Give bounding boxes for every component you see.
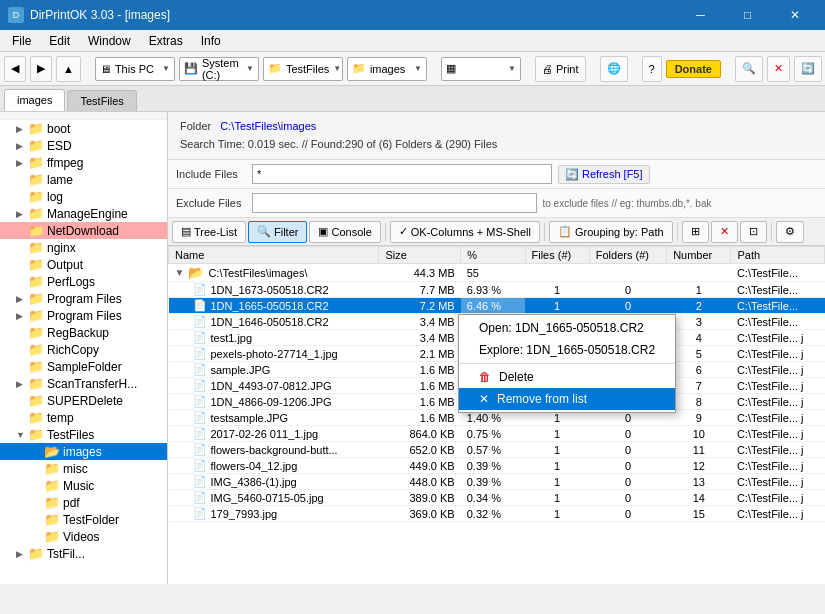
folder-icon: 📁 <box>28 240 44 255</box>
tree-item-regbackup[interactable]: 📁 RegBackup <box>0 324 167 341</box>
tree-item-temp[interactable]: 📁 temp <box>0 409 167 426</box>
table-row[interactable]: 📄IMG_5460-0715-05.jpg389.0 KB0.34 %1014C… <box>169 490 825 506</box>
tree-item-programfiles2[interactable]: ▶ 📁 Program Files <box>0 307 167 324</box>
tree-item-esd[interactable]: ▶ 📁 ESD <box>0 137 167 154</box>
path-cell: C:\TestFile... j <box>731 426 825 442</box>
help-button[interactable]: ? <box>642 56 662 82</box>
tree-list-button[interactable]: ▤ Tree-List <box>172 221 246 243</box>
tree-item-richcopy[interactable]: 📁 RichCopy <box>0 341 167 358</box>
exclude-input[interactable] <box>252 193 537 213</box>
table-row[interactable]: 📄179_7993.jpg369.0 KB0.32 %1015C:\TestFi… <box>169 506 825 522</box>
menu-file[interactable]: File <box>4 32 39 50</box>
tree-item-videos[interactable]: 📁 Videos <box>0 528 167 545</box>
view-combo[interactable]: ▦ ▼ <box>441 57 521 81</box>
grouping-button[interactable]: 📋 Grouping by: Path <box>549 221 673 243</box>
images-combo[interactable]: 📁 images ▼ <box>347 57 427 81</box>
context-menu: Open: 1DN_1665-050518.CR2 Explore: 1DN_1… <box>458 314 676 413</box>
tree-item-music[interactable]: 📁 Music <box>0 477 167 494</box>
refresh-button[interactable]: 🔄 Refresh [F5] <box>558 165 650 184</box>
table-row[interactable]: 📄1DN_1673-050518.CR27.7 MB6.93 %101C:\Te… <box>169 282 825 298</box>
tree-item-perflogs[interactable]: 📁 PerfLogs <box>0 273 167 290</box>
tree-item-lame[interactable]: 📁 lame <box>0 171 167 188</box>
ok-columns-button[interactable]: ✓ OK-Columns + MS-Shell <box>390 221 540 243</box>
table-row[interactable]: ▼📂C:\TestFiles\images\44.3 MB55C:\TestFi… <box>169 264 825 282</box>
name-cell: 📄sample.JPG <box>175 363 373 376</box>
tree-item-superdelete[interactable]: 📁 SUPERDelete <box>0 392 167 409</box>
tree-item-ffmpeg[interactable]: ▶ 📁 ffmpeg <box>0 154 167 171</box>
search-button[interactable]: 🔍 <box>735 56 763 82</box>
ctx-open[interactable]: Open: 1DN_1665-050518.CR2 <box>459 317 675 339</box>
files-cell: 1 <box>525 490 589 506</box>
path-cell: C:\TestFile... j <box>731 474 825 490</box>
this-pc-combo[interactable]: 🖥 This PC ▼ <box>95 57 175 81</box>
tree-label: TestFiles <box>47 428 94 442</box>
donate-button[interactable]: Donate <box>666 60 721 78</box>
file-icon: 📄 <box>193 347 207 360</box>
col-name[interactable]: Name <box>169 247 379 264</box>
delete-toolbar-button[interactable]: ✕ <box>711 221 738 243</box>
menu-edit[interactable]: Edit <box>41 32 78 50</box>
menu-info[interactable]: Info <box>193 32 229 50</box>
tree-label: Output <box>47 258 83 272</box>
tree-item-programfiles1[interactable]: ▶ 📁 Program Files <box>0 290 167 307</box>
close-button[interactable]: ✕ <box>772 0 817 30</box>
exclude-label: Exclude Files <box>176 197 246 209</box>
table-row[interactable]: 📄flowers-background-butt...652.0 KB0.57 … <box>169 442 825 458</box>
tree-item-output[interactable]: 📁 Output <box>0 256 167 273</box>
tree-item-testfolder[interactable]: 📁 TestFolder <box>0 511 167 528</box>
tree-item-boot[interactable]: ▶ 📁 boot <box>0 120 167 137</box>
tree-item-log[interactable]: 📁 log <box>0 188 167 205</box>
stop-button[interactable]: ✕ <box>767 56 790 82</box>
col-pct[interactable]: % <box>461 247 525 264</box>
path-cell: C:\TestFile... <box>731 282 825 298</box>
nav-back-button[interactable]: ◀ <box>4 56 26 82</box>
settings-button[interactable]: ⚙ <box>776 221 804 243</box>
col-size[interactable]: Size <box>379 247 461 264</box>
file-icon: 📄 <box>193 459 207 472</box>
tree-item-misc[interactable]: 📁 misc <box>0 460 167 477</box>
ctx-delete[interactable]: 🗑 Delete <box>459 366 675 388</box>
testfiles-combo[interactable]: 📁 TestFiles ▼ <box>263 57 343 81</box>
tab-testfiles[interactable]: TestFiles <box>67 90 136 111</box>
ctx-explore[interactable]: Explore: 1DN_1665-050518.CR2 <box>459 339 675 361</box>
print-button[interactable]: 🖨 Print <box>535 56 586 82</box>
tree-item-more[interactable]: ▶ 📁 TstFil... <box>0 545 167 562</box>
filter-button[interactable]: 🔍 Filter <box>248 221 307 243</box>
tree-item-scantransfer[interactable]: ▶ 📁 ScanTransferH... <box>0 375 167 392</box>
tree-item-images[interactable]: 📂 images <box>0 443 167 460</box>
table-row[interactable]: 📄1DN_1665-050518.CR27.2 MB6.46 %102C:\Te… <box>169 298 825 314</box>
col-path[interactable]: Path <box>731 247 825 264</box>
tree-label: ManageEngine <box>47 207 128 221</box>
expand-button[interactable]: ⊞ <box>682 221 709 243</box>
refresh-toolbar-button[interactable]: 🔄 <box>794 56 822 82</box>
ctx-remove[interactable]: ✕ Remove from list <box>459 388 675 410</box>
drive-label: System (C:) <box>202 57 242 81</box>
menu-extras[interactable]: Extras <box>141 32 191 50</box>
folder-icon: 📁 <box>28 376 44 391</box>
col-number[interactable]: Number <box>667 247 731 264</box>
file-icon: 📄 <box>193 315 207 328</box>
tree-label: NetDownload <box>47 224 119 238</box>
console-button[interactable]: ▣ Console <box>309 221 380 243</box>
menu-window[interactable]: Window <box>80 32 139 50</box>
tree-item-nginx[interactable]: 📁 nginx <box>0 239 167 256</box>
nav-forward-button[interactable]: ▶ <box>30 56 52 82</box>
table-row[interactable]: 📄2017-02-26 011_1.jpg864.0 KB0.75 %1010C… <box>169 426 825 442</box>
table-row[interactable]: 📄flowers-04_12.jpg449.0 KB0.39 %1012C:\T… <box>169 458 825 474</box>
col-folders[interactable]: Folders (#) <box>589 247 666 264</box>
tree-item-pdf[interactable]: 📁 pdf <box>0 494 167 511</box>
table-row[interactable]: 📄IMG_4386-(1).jpg448.0 KB0.39 %1013C:\Te… <box>169 474 825 490</box>
maximize-button[interactable]: □ <box>725 0 770 30</box>
tree-item-netdownload[interactable]: 📁 NetDownload <box>0 222 167 239</box>
tree-item-manageengine[interactable]: ▶ 📁 ManageEngine <box>0 205 167 222</box>
globe-button[interactable]: 🌐 <box>600 56 628 82</box>
tab-images[interactable]: images <box>4 89 65 111</box>
col-files[interactable]: Files (#) <box>525 247 589 264</box>
include-input[interactable] <box>252 164 552 184</box>
drive-combo[interactable]: 💾 System (C:) ▼ <box>179 57 259 81</box>
tree-item-samplefolder[interactable]: 📁 SampleFolder <box>0 358 167 375</box>
nav-up-button[interactable]: ▲ <box>56 56 81 82</box>
minimize-button[interactable]: ─ <box>678 0 723 30</box>
copy-button[interactable]: ⊡ <box>740 221 767 243</box>
tree-item-testfiles[interactable]: ▼ 📁 TestFiles <box>0 426 167 443</box>
